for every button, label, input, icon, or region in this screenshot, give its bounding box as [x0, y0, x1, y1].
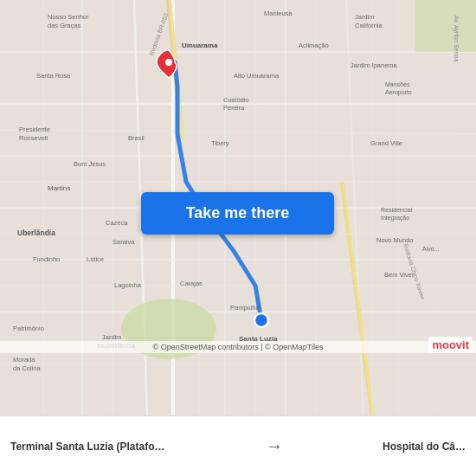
svg-text:das Graças: das Graças — [48, 22, 81, 29]
svg-text:Cazeca: Cazeca — [106, 219, 128, 227]
svg-point-33 — [254, 313, 268, 327]
svg-text:Bom Jesus: Bom Jesus — [74, 160, 106, 168]
svg-text:Alvo...: Alvo... — [422, 246, 440, 252]
svg-text:Presidente: Presidente — [19, 125, 50, 133]
svg-text:Morada: Morada — [13, 356, 35, 363]
svg-text:Custódio: Custódio — [223, 96, 249, 104]
svg-text:da Colina: da Colina — [13, 364, 42, 372]
map-attribution: © OpenStreetMap contributors | © OpenMap… — [0, 341, 476, 353]
map-container: Nosso Senhor das Graças Marileusa Jardim… — [0, 0, 476, 415]
svg-text:Residencial: Residencial — [381, 207, 413, 213]
svg-rect-32 — [415, 0, 476, 52]
svg-text:Alto Umuarama: Alto Umuarama — [234, 72, 280, 80]
moovit-logo: moovit — [428, 337, 473, 353]
svg-text:Santa Rosa: Santa Rosa — [36, 72, 71, 80]
svg-text:Integração: Integração — [381, 215, 409, 222]
svg-text:Lagoinha: Lagoinha — [114, 281, 142, 289]
svg-text:Mansões: Mansões — [385, 81, 410, 87]
svg-text:Fundinho: Fundinho — [33, 255, 60, 263]
svg-point-77 — [165, 59, 172, 66]
svg-text:Aeroporto: Aeroporto — [385, 89, 412, 96]
svg-text:Roosevelt: Roosevelt — [19, 134, 48, 142]
svg-text:Uberlândia: Uberlândia — [17, 228, 55, 237]
svg-text:Brasil: Brasil — [128, 134, 145, 142]
svg-text:Bem Viver: Bem Viver — [384, 271, 415, 279]
origin-location: Terminal Santa Luzia (Plataform… — [10, 441, 166, 453]
svg-text:Tibery: Tibery — [211, 139, 229, 147]
svg-text:Carajás: Carajás — [180, 280, 203, 287]
svg-text:Umuarama: Umuarama — [182, 42, 218, 49]
svg-text:Pereira: Pereira — [223, 104, 245, 112]
svg-text:Aclimação: Aclimação — [299, 42, 329, 49]
svg-text:Marileusa: Marileusa — [264, 10, 293, 17]
arrow-right-icon: → — [266, 436, 283, 456]
svg-text:Jardim: Jardim — [355, 13, 375, 21]
svg-text:Nosso Senhor: Nosso Senhor — [48, 13, 89, 21]
origin-name: Terminal Santa Luzia (Plataform… — [10, 441, 166, 453]
destination-name: Hospital do Câ… — [383, 441, 466, 453]
svg-text:Av. Ayrton Senna: Av. Ayrton Senna — [453, 16, 460, 61]
svg-text:Grand Ville: Grand Ville — [370, 139, 402, 147]
take-me-there-button[interactable]: Take me there — [141, 192, 334, 235]
svg-text:Jardim: Jardim — [102, 333, 122, 341]
svg-text:Lídice: Lídice — [87, 255, 104, 263]
svg-text:Patrimônio: Patrimônio — [13, 325, 44, 332]
destination-location: Hospital do Câ… — [383, 441, 466, 453]
svg-text:Saraiva: Saraiva — [113, 238, 135, 246]
svg-text:Pampulha: Pampulha — [230, 304, 261, 312]
svg-text:Martins: Martins — [48, 184, 70, 192]
svg-text:Jardim Ipanema: Jardim Ipanema — [351, 61, 398, 69]
bottom-bar: Terminal Santa Luzia (Plataform… → Hospi… — [0, 415, 476, 476]
svg-text:California: California — [355, 22, 383, 29]
